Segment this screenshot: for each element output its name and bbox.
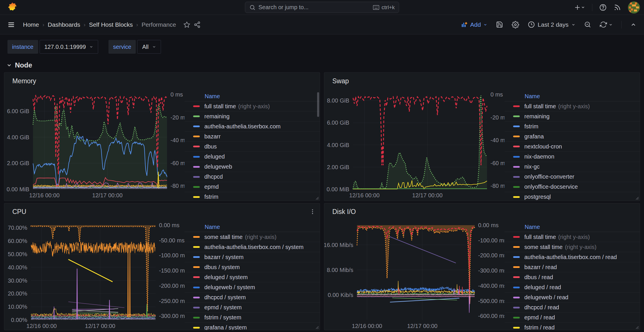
legend-item[interactable]: epmd (185, 182, 320, 192)
panel-title[interactable]: Disk I/O (332, 208, 356, 216)
add-button[interactable]: Add (461, 21, 487, 28)
variable-service-value[interactable]: All (137, 40, 161, 54)
news-button[interactable] (614, 4, 621, 11)
legend-item[interactable]: dhcpcd / system (185, 293, 320, 303)
breadcrumb-folder[interactable]: Self Host Blocks (89, 21, 133, 28)
series-label: delugeweb / system (204, 284, 255, 291)
series-label: dhcpcd / read (524, 304, 559, 311)
time-series-chart[interactable]: 0.00%10.00%20.00%30.00%40.00%50.00%60.00… (4, 217, 185, 330)
legend-header-name[interactable]: Name (185, 92, 320, 101)
series-color-swatch (513, 266, 520, 268)
search-input[interactable]: Search or jump to... ctrl+k (245, 2, 399, 13)
panel-title[interactable]: Swap (332, 77, 349, 85)
legend-item[interactable]: fstrim (505, 121, 640, 132)
grafana-logo[interactable] (7, 2, 18, 13)
legend-item[interactable]: full stall time(right y-axis) (505, 101, 640, 111)
svg-text:8.00 GiB: 8.00 GiB (327, 97, 349, 104)
dashboard-settings-button[interactable] (512, 21, 519, 28)
legend-header-name[interactable]: Name (505, 92, 640, 101)
legend-item[interactable]: bazarr / read (505, 262, 640, 272)
panel-resize-handle[interactable] (315, 325, 319, 329)
panel-resize-handle[interactable] (315, 196, 319, 200)
legend-item[interactable]: grafana / system (185, 323, 320, 330)
help-button[interactable] (599, 4, 607, 11)
save-dashboard-button[interactable] (496, 21, 503, 28)
panel-menu-button[interactable] (309, 209, 316, 215)
legend-item[interactable]: bazarr (185, 132, 320, 142)
legend-item[interactable]: dbus / read (505, 272, 640, 282)
legend-item[interactable]: delugeweb (185, 162, 320, 172)
variable-service-label[interactable]: service (108, 40, 136, 54)
legend-item[interactable]: nix-gc (505, 162, 640, 172)
svg-text:6.00 GiB: 6.00 GiB (327, 119, 349, 126)
svg-text:-150.00 ms: -150.00 ms (159, 267, 185, 274)
legend-item[interactable]: some stall time(right y-axis) (185, 232, 320, 242)
legend-item[interactable]: some stall time(right y-axis) (505, 242, 640, 252)
series-color-swatch (513, 166, 520, 168)
legend-item[interactable]: fstrim (185, 192, 320, 201)
series-color-swatch (193, 156, 200, 158)
legend-item[interactable]: nextcloud-cron (505, 142, 640, 152)
legend-item[interactable]: epmd / system (185, 303, 320, 313)
legend-item[interactable]: deluged / system (185, 272, 320, 282)
user-avatar[interactable] (628, 1, 640, 13)
panel-title[interactable]: CPU (12, 208, 26, 216)
collapse-toolbar-button[interactable] (630, 22, 637, 28)
legend-item[interactable]: fstrim / read (505, 323, 640, 330)
legend-item[interactable]: authelia-authelia.tiserbox.com / read (505, 252, 640, 262)
breadcrumb-home[interactable]: Home (23, 21, 39, 28)
legend-item[interactable]: epmd / read (505, 313, 640, 323)
series-label: fstrim (204, 194, 218, 200)
zoom-out-button[interactable] (584, 21, 591, 28)
legend-header-name[interactable]: Name (505, 222, 640, 232)
series-label: remaining (524, 113, 550, 120)
legend-item[interactable]: fstrim / system (185, 313, 320, 323)
panel-resize-handle[interactable] (635, 196, 639, 200)
series-color-swatch (193, 166, 200, 168)
legend-item[interactable]: deluged / read (505, 282, 640, 292)
legend-item[interactable]: deluged (185, 152, 320, 162)
legend-item[interactable]: remaining (505, 111, 640, 121)
new-menu-button[interactable] (574, 4, 585, 11)
legend-item[interactable]: full stall time(right y-axis) (505, 232, 640, 242)
legend-item[interactable]: remaining (185, 111, 320, 121)
breadcrumb-separator: › (136, 22, 138, 28)
legend-item[interactable]: dhcpcd / read (505, 303, 640, 313)
time-series-chart[interactable]: 0.00 MiB2.00 GiB4.00 GiB6.00 GiB8.00 GiB… (324, 86, 505, 201)
series-color-swatch (193, 317, 200, 319)
chevron-down-icon (609, 23, 613, 27)
legend-item[interactable]: postgresql (505, 192, 640, 201)
legend-item[interactable]: nix-daemon (505, 152, 640, 162)
legend-item[interactable]: onlyoffice-converter (505, 172, 640, 182)
series-label: onlyoffice-converter (524, 173, 574, 180)
legend-item[interactable]: dhcpcd (185, 172, 320, 182)
variable-instance-value[interactable]: 127.0.0.1:19999 (40, 40, 98, 54)
time-range-picker[interactable]: Last 2 days (528, 21, 575, 28)
legend-item[interactable]: dbus (185, 142, 320, 152)
legend-item[interactable]: delugeweb / system (185, 282, 320, 292)
legend-item[interactable]: authelia-authelia.tiserbox.com / system (185, 242, 320, 252)
share-button[interactable] (194, 21, 201, 28)
favorite-button[interactable] (183, 21, 190, 28)
breadcrumb-dashboards[interactable]: Dashboards (48, 21, 80, 28)
legend-item[interactable]: grafana (505, 132, 640, 142)
legend-item[interactable]: onlyoffice-docservice (505, 182, 640, 192)
row-node-toggle[interactable]: Node (6, 61, 644, 69)
series-label-suffix: (right y-axis) (238, 103, 270, 109)
time-series-chart[interactable]: 0.00 Kib/s8.00 Mib/s16.00 Mib/s0.00 ms-1… (324, 217, 505, 330)
mega-menu-button[interactable] (7, 21, 15, 28)
legend-item[interactable]: full stall time(right y-axis) (185, 101, 320, 111)
legend-item[interactable]: bazarr / system (185, 252, 320, 262)
panel-resize-handle[interactable] (635, 325, 639, 329)
refresh-button[interactable] (600, 21, 613, 28)
legend-item[interactable]: delugeweb / read (505, 293, 640, 303)
time-series-chart[interactable]: 0.00 MiB2.00 GiB4.00 GiB6.00 GiB0 ms-20 … (4, 86, 185, 201)
legend-item[interactable]: dbus / system (185, 262, 320, 272)
legend-item[interactable]: authelia-authelia.tiserbox.com (185, 121, 320, 132)
panel-title[interactable]: Memory (12, 77, 36, 85)
legend-scrollbar[interactable] (317, 92, 319, 117)
variable-instance-label[interactable]: instance (7, 40, 38, 54)
legend-header-name[interactable]: Name (185, 222, 320, 232)
series-label: epmd (204, 184, 219, 190)
series-color-swatch (193, 287, 200, 288)
